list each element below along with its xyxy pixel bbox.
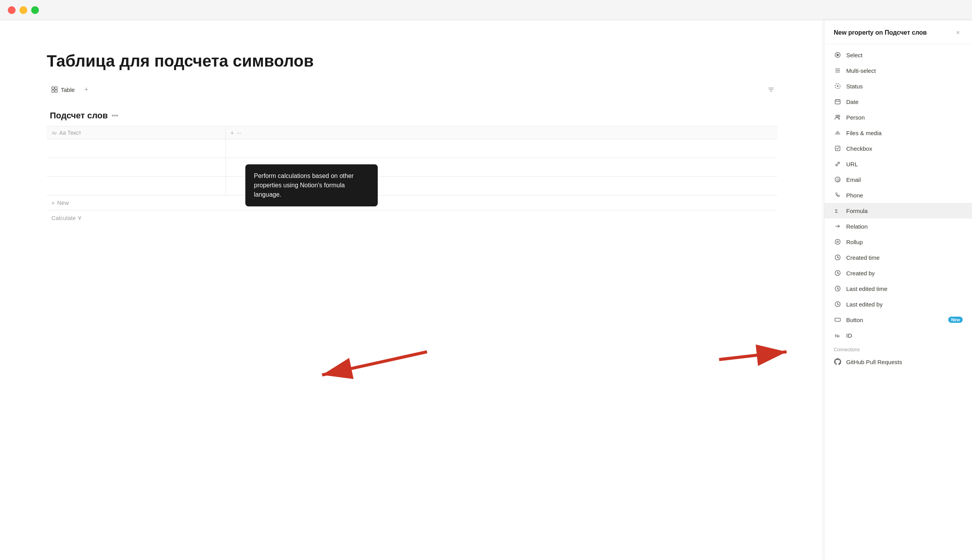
panel-item-status[interactable]: Status	[824, 78, 972, 94]
table-row-2[interactable]	[47, 158, 777, 177]
table-cell-value-1[interactable]	[226, 139, 777, 158]
panel-item-last-edited-by[interactable]: Last edited by	[824, 296, 972, 312]
table-cell-name-2[interactable]	[47, 158, 226, 176]
panel-item-checkbox[interactable]: Checkbox	[824, 141, 972, 156]
table-view-tab[interactable]: Table	[47, 84, 79, 95]
table-cell-name-3[interactable]	[47, 177, 226, 195]
panel-item-multi-select[interactable]: Multi-select	[824, 63, 972, 78]
panel-header: New property on Подсчет слов ×	[824, 20, 972, 44]
panel-item-rollup[interactable]: Rollup	[824, 234, 972, 250]
svg-text:Aa: Aa	[51, 130, 56, 136]
date-icon	[834, 98, 842, 106]
formula-label: Formula	[846, 208, 963, 214]
select-label: Select	[846, 52, 963, 58]
relation-icon	[834, 222, 842, 230]
url-icon	[834, 160, 842, 168]
formula-tooltip: Perform calculations based on other prop…	[245, 164, 378, 206]
panel-item-formula[interactable]: Σ Formula	[824, 203, 972, 218]
close-icon: ×	[956, 29, 960, 36]
last-edited-time-icon	[834, 285, 842, 292]
database-more-icon[interactable]: •••	[112, 112, 118, 119]
phone-icon	[834, 191, 842, 199]
add-view-icon: +	[85, 86, 89, 94]
status-icon	[834, 82, 842, 90]
table-row[interactable]	[47, 139, 777, 158]
panel-item-person[interactable]: Person	[824, 109, 972, 125]
traffic-light-red[interactable]	[8, 6, 16, 14]
connections-section-title: Connections	[824, 343, 972, 354]
add-view-button[interactable]: +	[81, 84, 92, 95]
table-rows	[47, 139, 777, 195]
panel-item-email[interactable]: @ Email	[824, 172, 972, 187]
panel-item-phone[interactable]: Phone	[824, 187, 972, 203]
files-media-icon	[834, 129, 842, 137]
status-label: Status	[846, 83, 963, 90]
multi-select-icon	[834, 67, 842, 74]
panel-item-select[interactable]: Select	[824, 47, 972, 63]
calculate-label: Calculate	[51, 215, 76, 221]
phone-label: Phone	[846, 192, 963, 199]
page-title: Таблица для подсчета символов	[47, 51, 777, 71]
last-edited-time-label: Last edited time	[846, 285, 963, 292]
col-more-icon: ···	[237, 130, 241, 136]
panel-item-last-edited-time[interactable]: Last edited time	[824, 281, 972, 296]
panel-item-relation[interactable]: Relation	[824, 218, 972, 234]
svg-text:№: №	[835, 333, 840, 338]
last-edited-by-icon	[834, 300, 842, 308]
tooltip-text: Perform calculations based on other prop…	[254, 173, 354, 198]
created-time-icon	[834, 254, 842, 261]
svg-point-24	[838, 115, 840, 117]
table-cell-name-1[interactable]	[47, 139, 226, 158]
svg-line-11	[719, 352, 787, 359]
svg-point-18	[837, 85, 838, 87]
svg-rect-2	[52, 90, 54, 92]
main-content: Таблица для подсчета символов Table +	[0, 20, 972, 560]
panel-item-id[interactable]: № ID	[824, 328, 972, 343]
new-row-plus-icon: +	[51, 199, 55, 206]
last-edited-by-label: Last edited by	[846, 301, 963, 308]
database-header: Подсчет слов •••	[47, 105, 777, 127]
button-prop-icon	[834, 316, 842, 324]
checkbox-label: Checkbox	[846, 145, 963, 152]
table: Aa Аа Текст + ···	[47, 127, 777, 225]
select-icon	[834, 51, 842, 59]
files-media-label: Files & media	[846, 130, 963, 136]
traffic-light-yellow[interactable]	[19, 6, 27, 14]
filter-button[interactable]	[765, 83, 777, 96]
traffic-light-green[interactable]	[31, 6, 39, 14]
svg-rect-38	[835, 318, 840, 321]
panel-title: New property on Подсчет слов	[834, 29, 927, 36]
new-row-button[interactable]: + New	[47, 195, 777, 210]
new-row-label: New	[57, 199, 69, 206]
rollup-icon	[834, 238, 842, 246]
table-row-3[interactable]	[47, 177, 777, 195]
panel-item-date[interactable]: Date	[824, 94, 972, 109]
table-header-row: Aa Аа Текст + ···	[47, 127, 777, 139]
text-col-icon: Aa	[51, 130, 57, 136]
created-by-icon	[834, 269, 842, 277]
id-label: ID	[846, 332, 963, 339]
database-title-section[interactable]: Подсчет слов •••	[47, 108, 122, 123]
panel-item-created-time[interactable]: Created time	[824, 250, 972, 265]
created-time-label: Created time	[846, 254, 963, 261]
table-view-icon	[51, 86, 58, 93]
panel-item-button[interactable]: Button New	[824, 312, 972, 328]
svg-rect-3	[55, 90, 57, 92]
formula-icon: Σ	[834, 207, 842, 215]
calculate-row[interactable]: Calculate ∨	[47, 210, 777, 225]
table-add-column[interactable]: + ···	[226, 127, 246, 139]
relation-label: Relation	[846, 223, 963, 230]
table-column-name: Aa Аа Текст	[47, 127, 226, 139]
panel-close-button[interactable]: ×	[953, 28, 963, 37]
right-panel: New property on Подсчет слов × Select	[824, 20, 972, 560]
arrows-overlay	[0, 20, 824, 560]
page-area: Таблица для подсчета символов Table +	[0, 20, 824, 560]
checkbox-icon	[834, 144, 842, 152]
column-name-label: Аа Текст	[59, 130, 81, 136]
panel-item-created-by[interactable]: Created by	[824, 265, 972, 281]
svg-rect-0	[52, 87, 54, 89]
id-icon: №	[834, 331, 842, 339]
panel-item-github[interactable]: GitHub Pull Requests	[824, 354, 972, 370]
panel-item-url[interactable]: URL	[824, 156, 972, 172]
panel-item-files-media[interactable]: Files & media	[824, 125, 972, 141]
